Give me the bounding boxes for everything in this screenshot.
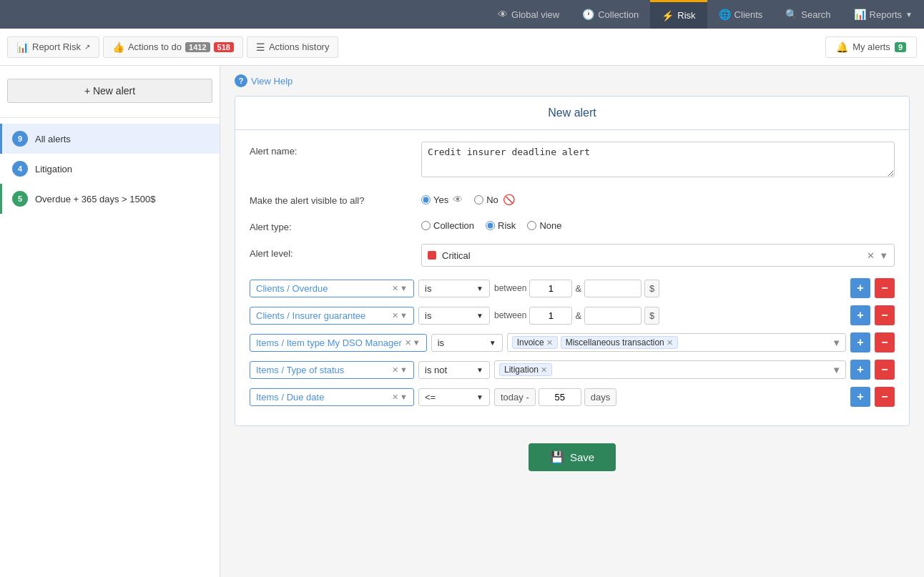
chart-icon: 📊 [854,9,866,20]
cond3-chevron-icon[interactable]: ▼ [413,338,421,347]
nav-reports[interactable]: 📊 Reports ▼ [842,0,924,29]
operator3-chevron-icon: ▼ [489,339,496,347]
clear-level-icon[interactable]: ✕ [867,250,875,261]
condition-value-2: between & $ [494,307,846,325]
cond2-add-button[interactable]: + [850,305,870,325]
cond2-clear-icon[interactable]: ✕ [392,311,398,320]
cond2-chevron-icon[interactable]: ▼ [400,311,408,320]
alert-level-value: Critical [442,250,471,261]
sub-navigation: 📊 Report Risk ↗ 👍 Actions to do 1412 518… [0,29,924,66]
condition-field-5[interactable]: Items / Due date ✕ ▼ [250,388,414,406]
nav-search[interactable]: 🔍 Search [774,0,842,29]
visible-no-radio[interactable] [474,195,483,204]
tag-litigation-remove[interactable]: ✕ [541,365,547,375]
form-title: New alert [235,97,909,130]
condition-field-3[interactable]: Items / Item type My DSO Manager ✕ ▼ [250,334,427,352]
operator5-chevron-icon: ▼ [476,393,483,401]
cond5-add-button[interactable]: + [850,387,870,407]
visible-yes-radio[interactable] [421,195,431,204]
cond1-val1-input[interactable] [529,280,572,297]
cond5-clear-icon[interactable]: ✕ [392,393,398,402]
condition-operator-5[interactable]: <= ▼ [418,388,490,406]
condition-value-4[interactable]: Litigation ✕ ▼ [494,360,846,379]
view-help-link[interactable]: ? View Help [235,74,910,87]
cond5-chevron-icon[interactable]: ▼ [400,393,408,402]
cond2-remove-button[interactable]: − [875,305,895,325]
chevron-down-icon[interactable]: ▼ [879,250,888,261]
condition-row-4: Items / Type of status ✕ ▼ is not ▼ Liti… [250,360,895,380]
operator4-chevron-icon: ▼ [476,366,483,374]
sidebar-item-overdue[interactable]: 5 Overdue + 365 days > 1500$ [0,184,220,214]
cond5-remove-button[interactable]: − [875,387,895,407]
reports-chevron-icon: ▼ [905,11,913,19]
sidebar: + New alert 9 All alerts 4 Litigation 5 … [0,66,220,577]
cond2-val2-input[interactable] [584,307,642,325]
cond5-days-input[interactable] [539,388,581,406]
sidebar-item-litigation[interactable]: 4 Litigation [0,154,220,184]
top-navigation: 👁 Global view 🕐 Collection ⚡ Risk 🌐 Clie… [0,0,924,29]
condition-field-1[interactable]: Clients / Overdue ✕ ▼ [250,280,414,297]
type-risk-radio[interactable] [486,221,495,230]
litigation-badge: 4 [12,161,28,177]
visible-no-option[interactable]: No 🚫 [474,194,515,205]
nav-risk[interactable]: ⚡ Risk [650,0,707,29]
cond1-val2-input[interactable] [584,280,642,297]
cond4-chevron-icon[interactable]: ▼ [400,365,408,375]
condition-field-4[interactable]: Items / Type of status ✕ ▼ [250,361,414,379]
type-none-radio[interactable] [527,221,536,230]
all-alerts-badge: 9 [12,131,28,147]
actions-todo-badge-red: 518 [214,42,234,52]
search-icon: 🔍 [785,9,797,20]
clock-icon: 🕐 [582,9,594,20]
cond1-add-button[interactable]: + [850,278,870,298]
cond1-clear-icon[interactable]: ✕ [392,284,398,293]
cond3-clear-icon[interactable]: ✕ [405,338,411,347]
nav-clients[interactable]: 🌐 Clients [707,0,775,29]
cond4-clear-icon[interactable]: ✕ [392,365,398,375]
cond3-add-button[interactable]: + [850,332,870,352]
cond4-remove-button[interactable]: − [875,360,895,380]
actions-history-button[interactable]: ☰ Actions history [247,36,339,58]
condition-operator-1[interactable]: is ▼ [418,280,490,297]
condition-operator-3[interactable]: is ▼ [431,334,503,352]
alert-type-row: Alert type: Collection Risk [250,217,895,232]
nav-global-view[interactable]: 👁 Global view [486,0,571,29]
report-risk-button[interactable]: 📊 Report Risk ↗ [7,36,99,58]
sidebar-item-overdue-label: Overdue + 365 days > 1500$ [35,194,155,204]
alert-level-row: Alert level: Critical ✕ ▼ [250,244,895,267]
my-alerts-button[interactable]: 🔔 My alerts 9 [825,36,917,58]
new-alert-button[interactable]: + New alert [7,79,212,103]
type-none-option[interactable]: None [527,220,561,231]
condition-value-3[interactable]: Invoice ✕ Miscellaneous transaction ✕ ▼ [507,333,846,352]
cond2-val1-input[interactable] [529,307,572,325]
sidebar-item-all-alerts[interactable]: 9 All alerts [0,124,220,154]
main-layout: + New alert 9 All alerts 4 Litigation 5 … [0,66,924,577]
cond4-add-button[interactable]: + [850,360,870,380]
cond3-remove-button[interactable]: − [875,332,895,352]
cond1-remove-button[interactable]: − [875,278,895,298]
alert-name-input[interactable]: <span data-bind="form.alertNameValue"></… [421,142,895,177]
main-content: ? View Help New alert Alert name: <span … [220,66,924,577]
type-risk-option[interactable]: Risk [486,220,516,231]
type-collection-radio[interactable] [421,221,431,230]
condition-operator-4[interactable]: is not ▼ [418,361,490,379]
cond4-dropdown-icon[interactable]: ▼ [832,365,841,375]
tag-misc-remove[interactable]: ✕ [667,338,673,347]
cond3-dropdown-icon[interactable]: ▼ [832,337,841,348]
save-button[interactable]: 💾 Save [529,443,616,471]
alert-level-select[interactable]: Critical ✕ ▼ [421,244,895,267]
type-collection-option[interactable]: Collection [421,220,474,231]
eye-icon: 👁 [498,9,508,20]
today-prefix: today - [494,388,536,406]
sidebar-item-all-alerts-label: All alerts [35,134,71,144]
tag-invoice-remove[interactable]: ✕ [546,338,553,347]
nav-collection[interactable]: 🕐 Collection [571,0,650,29]
my-alerts-badge: 9 [895,42,906,52]
visible-yes-option[interactable]: Yes 👁 [421,194,463,205]
bell-icon: 🔔 [836,41,848,53]
operator2-chevron-icon: ▼ [476,312,483,320]
actions-todo-button[interactable]: 👍 Actions to do 1412 518 [103,36,243,58]
cond1-chevron-icon[interactable]: ▼ [400,284,408,293]
condition-operator-2[interactable]: is ▼ [418,307,490,325]
condition-field-2[interactable]: Clients / Insurer guarantee ✕ ▼ [250,307,414,325]
